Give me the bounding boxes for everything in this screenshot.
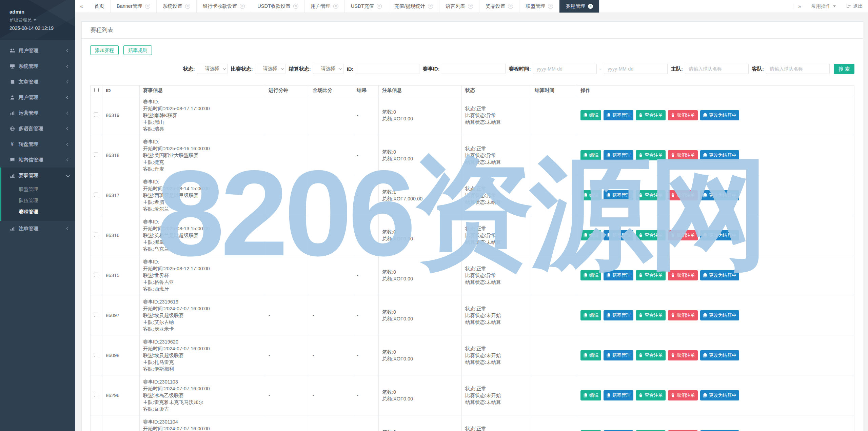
tab-item[interactable]: 用户管理✕ [305, 0, 345, 13]
home-team-input[interactable] [685, 64, 749, 74]
odds-manage-button[interactable]: 赔率管理 [604, 350, 633, 360]
settle-status-select[interactable]: 请选择 [313, 64, 343, 74]
view-orders-button[interactable]: 查看注单 [636, 350, 666, 360]
edit-button[interactable]: 编辑 [580, 190, 601, 200]
row-checkbox[interactable] [94, 193, 98, 197]
edit-button[interactable]: 编辑 [580, 230, 601, 240]
odds-manage-button[interactable]: 赔率管理 [604, 230, 633, 240]
status-select[interactable]: 请选择 [197, 64, 228, 74]
set-settling-button[interactable]: 更改为结算中 [700, 230, 739, 240]
cancel-orders-button[interactable]: 取消注单 [668, 110, 698, 120]
cancel-orders-button[interactable]: 取消注单 [668, 350, 698, 360]
sidebar-item[interactable]: 注单管理 [0, 221, 75, 236]
edit-button[interactable]: 编辑 [580, 350, 601, 360]
edit-button[interactable]: 编辑 [580, 150, 601, 160]
cancel-orders-button[interactable]: 取消注单 [668, 190, 698, 200]
odds-manage-button[interactable]: 赔率管理 [604, 150, 633, 160]
view-orders-button[interactable]: 查看注单 [636, 310, 666, 320]
add-schedule-button[interactable]: 添加赛程 [90, 45, 119, 55]
tab-close-icon[interactable]: ✕ [508, 4, 513, 9]
set-settling-button[interactable]: 更改为结算中 [700, 150, 739, 160]
odds-manage-button[interactable]: 赔率管理 [604, 310, 633, 320]
tab-item[interactable]: USDT收款设置✕ [251, 0, 304, 13]
odds-manage-button[interactable]: 赔率管理 [604, 270, 633, 280]
tab-close-icon[interactable]: ✕ [333, 4, 338, 9]
away-team-input[interactable] [766, 64, 830, 74]
sidebar-item[interactable]: ¥转盘管理 [0, 136, 75, 152]
odds-manage-button[interactable]: 赔率管理 [604, 110, 633, 120]
tab-close-icon[interactable]: ✕ [293, 4, 298, 9]
row-checkbox[interactable] [94, 113, 98, 117]
tab-close-icon[interactable]: ✕ [185, 4, 190, 9]
row-checkbox[interactable] [94, 393, 98, 397]
tab-close-icon[interactable]: ✕ [377, 4, 382, 9]
tab-close-icon[interactable]: ✕ [468, 4, 473, 9]
row-checkbox[interactable] [94, 273, 98, 277]
tabs-scroll-left-icon[interactable]: « [75, 0, 88, 13]
sidebar-subitem[interactable]: 队伍管理 [1, 195, 75, 206]
logout-button[interactable]: 退出 [841, 3, 868, 9]
sidebar-item[interactable]: 多语言管理 [0, 121, 75, 136]
tab-item[interactable]: 银行卡收款设置✕ [197, 0, 252, 13]
edit-button[interactable]: 编辑 [580, 390, 601, 400]
sidebar-item[interactable]: 站内信管理 [0, 152, 75, 168]
set-settling-button[interactable]: 更改为结算中 [700, 110, 739, 120]
set-settling-button[interactable]: 更改为结算中 [700, 310, 739, 320]
sidebar-item[interactable]: 文章管理 [0, 74, 75, 90]
view-orders-button[interactable]: 查看注单 [636, 150, 666, 160]
tab-item[interactable]: Banner管理✕ [111, 0, 157, 13]
cancel-orders-button[interactable]: 取消注单 [668, 150, 698, 160]
tab-item[interactable]: 联盟管理✕ [519, 0, 559, 13]
set-settling-button[interactable]: 更改为结算中 [700, 350, 739, 360]
view-orders-button[interactable]: 查看注单 [636, 270, 666, 280]
tab-item[interactable]: 奖品设置✕ [479, 0, 519, 13]
tab-item[interactable]: 赛程管理✕ [559, 0, 599, 13]
sidebar-item[interactable]: 用户管理 [0, 43, 75, 58]
tab-close-icon[interactable]: ✕ [548, 4, 553, 9]
row-checkbox[interactable] [94, 153, 98, 157]
view-orders-button[interactable]: 查看注单 [636, 390, 666, 400]
set-settling-button[interactable]: 更改为结算中 [700, 190, 739, 200]
odds-rules-button[interactable]: 赔率规则 [123, 45, 152, 55]
match-status-select[interactable]: 请选择 [255, 64, 285, 74]
odds-manage-button[interactable]: 赔率管理 [604, 390, 633, 400]
set-settling-button[interactable]: 更改为结算中 [700, 390, 739, 400]
view-orders-button[interactable]: 查看注单 [636, 110, 666, 120]
cancel-orders-button[interactable]: 取消注单 [668, 230, 698, 240]
sidebar-item[interactable]: 用户管理 [0, 90, 75, 105]
tab-close-icon[interactable]: ✕ [588, 4, 593, 9]
edit-button[interactable]: 编辑 [580, 110, 601, 120]
view-orders-button[interactable]: 查看注单 [636, 190, 666, 200]
tab-item[interactable]: USDT充值✕ [345, 0, 388, 13]
sidebar-item[interactable]: 赛事管理 [1, 168, 75, 183]
row-checkbox[interactable] [94, 353, 98, 357]
tab-item[interactable]: 首页 [88, 0, 111, 13]
tab-close-icon[interactable]: ✕ [145, 4, 150, 9]
quick-actions-menu[interactable]: 常用操作 [806, 3, 841, 9]
sidebar-item[interactable]: 运营管理 [0, 105, 75, 121]
sidebar-subitem[interactable]: 赛程管理 [1, 206, 75, 217]
cancel-orders-button[interactable]: 取消注单 [668, 270, 698, 280]
tab-close-icon[interactable]: ✕ [428, 4, 433, 9]
date-start-input[interactable] [533, 64, 597, 74]
id-input[interactable] [356, 64, 419, 74]
event-id-input[interactable] [442, 64, 506, 74]
user-role-dropdown[interactable]: 超级管理员 [9, 17, 75, 23]
odds-manage-button[interactable]: 赔率管理 [604, 190, 633, 200]
search-button[interactable]: 搜 索 [834, 64, 854, 74]
row-checkbox[interactable] [94, 233, 98, 237]
tabs-scroll-right-icon[interactable]: » [793, 3, 806, 9]
row-checkbox[interactable] [94, 313, 98, 317]
select-all-checkbox[interactable] [94, 88, 99, 92]
tab-item[interactable]: 系统设置✕ [157, 0, 197, 13]
tab-item[interactable]: 语言列表✕ [439, 0, 479, 13]
set-settling-button[interactable]: 更改为结算中 [700, 270, 739, 280]
view-orders-button[interactable]: 查看注单 [636, 230, 666, 240]
cancel-orders-button[interactable]: 取消注单 [668, 390, 698, 400]
tab-item[interactable]: 充值/提现统计✕ [388, 0, 439, 13]
edit-button[interactable]: 编辑 [580, 270, 601, 280]
tab-close-icon[interactable]: ✕ [240, 4, 245, 9]
sidebar-item[interactable]: 系统管理 [0, 58, 75, 74]
sidebar-subitem[interactable]: 联盟管理 [1, 184, 75, 195]
cancel-orders-button[interactable]: 取消注单 [668, 310, 698, 320]
